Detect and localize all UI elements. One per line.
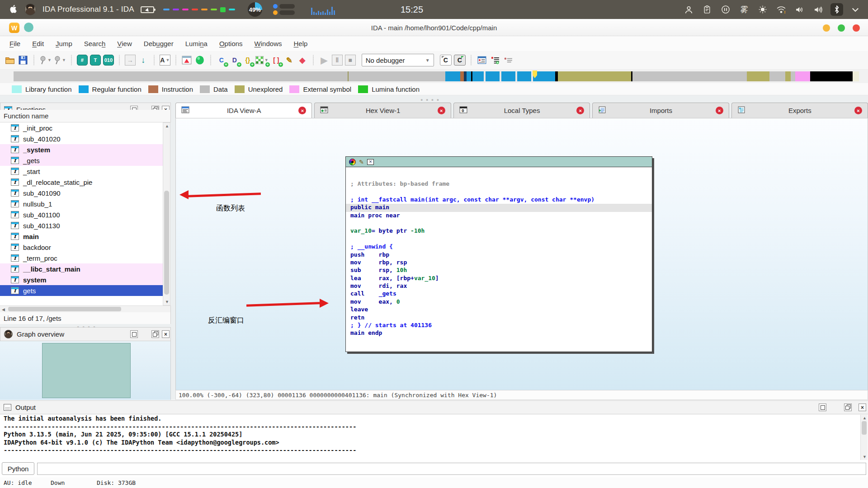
binary-view-icon[interactable]: 010 bbox=[103, 55, 114, 66]
scroll-left-icon[interactable]: ◀ bbox=[2, 307, 5, 312]
tab-local-types[interactable]: 0Local Types× bbox=[453, 103, 590, 118]
menu-options[interactable]: Options bbox=[213, 36, 249, 51]
code-line[interactable] bbox=[350, 188, 652, 196]
volume-high-icon[interactable] bbox=[812, 3, 825, 16]
output-float-button[interactable] bbox=[844, 404, 852, 411]
breakpoint-list-icon[interactable] bbox=[476, 55, 487, 66]
graph-overview-header[interactable]: Graph overview × bbox=[0, 327, 171, 341]
open-file-icon[interactable] bbox=[5, 55, 15, 66]
output-restore-button[interactable] bbox=[819, 404, 826, 411]
ida-view-canvas[interactable]: ✎ ✕ ; Attributes: bp-based frame; int __… bbox=[175, 118, 868, 390]
output-panel-header[interactable]: Output × bbox=[0, 400, 868, 414]
breakpoint-icon[interactable]: ◆ bbox=[297, 55, 308, 66]
next-location-icon[interactable]: ▼ bbox=[54, 55, 66, 66]
create-segment-icon[interactable]: [ ]+ bbox=[271, 55, 282, 66]
maximize-button[interactable] bbox=[838, 24, 845, 32]
function-row[interactable]: fsystem bbox=[0, 274, 163, 285]
breakpoint-group-icon[interactable] bbox=[503, 55, 514, 66]
run-cursor-icon[interactable]: C bbox=[440, 55, 452, 66]
user-icon[interactable] bbox=[682, 3, 695, 16]
chevron-down-icon[interactable] bbox=[849, 3, 862, 16]
close-button[interactable] bbox=[853, 24, 860, 32]
tab-close-icon[interactable]: × bbox=[438, 107, 445, 114]
menu-help[interactable]: Help bbox=[288, 36, 313, 51]
scroll-down-icon[interactable]: ▼ bbox=[165, 300, 169, 304]
output-scrollbar[interactable]: ▲ ▼ bbox=[860, 415, 868, 460]
edit-icon[interactable]: ✎ bbox=[284, 55, 295, 66]
code-line[interactable]: ; int __fastcall main(int argc, const ch… bbox=[350, 196, 652, 204]
function-row[interactable]: fsub_401020 bbox=[0, 133, 163, 144]
overview-restore-button[interactable] bbox=[130, 330, 138, 338]
apple-menu-icon[interactable] bbox=[9, 3, 18, 16]
menu-file[interactable]: File bbox=[4, 36, 26, 51]
code-line[interactable] bbox=[350, 235, 652, 243]
function-row[interactable]: f_gets bbox=[0, 155, 163, 166]
weather-icon[interactable]: 雾 bbox=[738, 3, 750, 16]
bluetooth-icon[interactable] bbox=[830, 3, 843, 16]
jump-down-icon[interactable]: ↓ bbox=[138, 55, 149, 66]
function-row[interactable]: f_system bbox=[0, 144, 163, 155]
clipboard-icon[interactable] bbox=[701, 3, 713, 16]
node-edit-icon[interactable]: ✎ bbox=[359, 159, 364, 165]
python-command-input[interactable] bbox=[37, 463, 866, 475]
function-row[interactable]: fsub_401100 bbox=[0, 209, 163, 220]
code-line[interactable]: main endp bbox=[350, 329, 652, 337]
code-line[interactable]: retn bbox=[350, 314, 652, 322]
tab-hex-view-1[interactable]: Hex View-1× bbox=[314, 103, 451, 118]
tab-close-icon[interactable]: × bbox=[576, 107, 584, 114]
tab-close-icon[interactable]: × bbox=[298, 107, 306, 114]
create-data-icon[interactable]: D+ bbox=[229, 55, 240, 66]
code-line[interactable]: mov rbp, rsp bbox=[350, 259, 652, 267]
code-line[interactable]: ; __unwind { bbox=[350, 243, 652, 251]
text-view-icon[interactable]: T bbox=[90, 55, 101, 66]
menu-search[interactable]: Search bbox=[78, 36, 112, 51]
tab-close-icon[interactable]: × bbox=[716, 107, 723, 114]
number-view-icon[interactable]: # bbox=[77, 55, 88, 66]
functions-list[interactable]: f_init_procfsub_401020f_systemf_getsf_st… bbox=[0, 122, 163, 305]
node-frame-icon[interactable]: ✕ bbox=[367, 159, 374, 165]
functions-column-header[interactable]: Function name bbox=[0, 110, 171, 122]
code-line[interactable]: public main bbox=[346, 204, 652, 211]
menu-edit[interactable]: Edit bbox=[26, 36, 50, 51]
tab-imports[interactable]: Imports× bbox=[592, 103, 729, 118]
function-row[interactable]: fsub_401130 bbox=[0, 220, 163, 231]
code-line[interactable]: main proc near bbox=[350, 212, 652, 220]
patch-bytes-icon[interactable]: +▼ bbox=[255, 55, 269, 66]
splitter-handle[interactable]: ● ● ● ● bbox=[420, 98, 440, 102]
node-color-wheel-icon[interactable] bbox=[349, 159, 356, 165]
output-console[interactable]: The initial autoanalysis has been finish… bbox=[0, 415, 868, 460]
function-row[interactable]: fgets bbox=[0, 285, 163, 296]
pause-icon[interactable] bbox=[719, 3, 732, 16]
functions-horizontal-scrollbar[interactable]: ◀ bbox=[0, 305, 171, 312]
graph-node-titlebar[interactable]: ✎ ✕ bbox=[346, 157, 652, 167]
create-function-icon[interactable]: C+ bbox=[216, 55, 227, 66]
brightness-icon[interactable] bbox=[756, 3, 769, 16]
navigation-band[interactable] bbox=[14, 71, 859, 81]
minimize-button[interactable] bbox=[823, 24, 830, 32]
rename-icon[interactable]: A▼ bbox=[160, 55, 170, 66]
lumina-icon[interactable] bbox=[194, 55, 205, 66]
debug-stop-icon[interactable]: ■ bbox=[345, 55, 356, 66]
disassembly-code[interactable]: ; Attributes: bp-based frame; int __fast… bbox=[346, 167, 652, 338]
color-window-icon[interactable] bbox=[181, 55, 192, 66]
tab-ida-view-a[interactable]: IDA View-A× bbox=[175, 103, 312, 118]
run-return-icon[interactable]: C bbox=[454, 55, 466, 66]
overview-float-button[interactable] bbox=[151, 330, 159, 338]
function-row[interactable]: f_term_proc bbox=[0, 253, 163, 263]
function-row[interactable]: fnullsub_1 bbox=[0, 198, 163, 209]
graph-node-main[interactable]: ✎ ✕ ; Attributes: bp-based frame; int __… bbox=[345, 156, 652, 352]
code-line[interactable]: leave bbox=[350, 306, 652, 314]
code-line[interactable]: mov rdi, rax bbox=[350, 282, 652, 290]
output-close-button[interactable]: × bbox=[859, 404, 866, 411]
output-scroll-down-icon[interactable]: ▼ bbox=[863, 455, 867, 459]
code-line[interactable]: call _gets bbox=[350, 290, 652, 298]
volume-low-icon[interactable] bbox=[793, 3, 806, 16]
debugger-selector[interactable]: No debugger▼ bbox=[362, 54, 434, 66]
output-scroll-up-icon[interactable]: ▲ bbox=[863, 416, 867, 420]
debug-pause-icon[interactable]: ‖ bbox=[332, 55, 343, 66]
functions-vertical-scrollbar[interactable]: ▲ ▼ bbox=[163, 122, 170, 305]
code-line[interactable]: lea rax, [rbp+var_10] bbox=[350, 275, 652, 282]
graph-overview-viewport[interactable] bbox=[42, 343, 131, 398]
breakpoint-add-list-icon[interactable] bbox=[490, 55, 500, 66]
code-line[interactable]: sub rsp, 10h bbox=[350, 267, 652, 274]
